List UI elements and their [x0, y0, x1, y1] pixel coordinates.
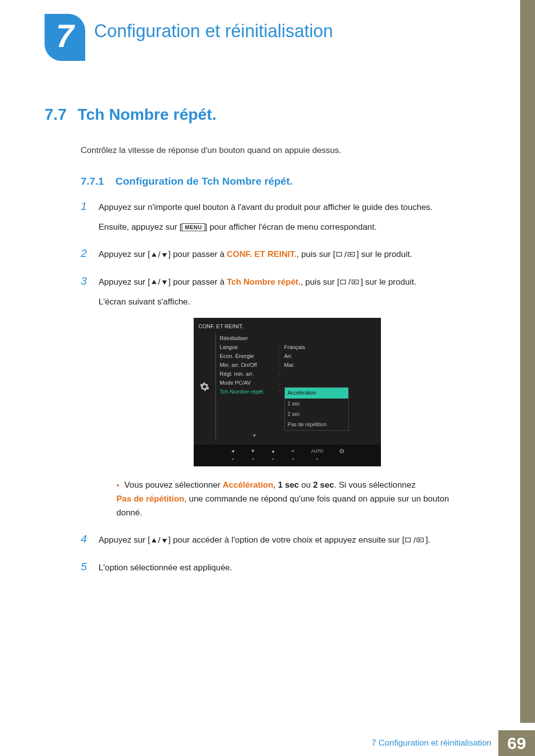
select-enter-icon: /: [404, 534, 426, 548]
osd-bottom-bar: ◄▾ ▼▾ ▲▾ ↵▾ AUTO▾ ⏻: [194, 445, 381, 466]
osd-label: Langue: [220, 343, 279, 352]
menu-target: CONF. ET REINIT.: [227, 250, 297, 259]
page-footer: 7 Configuration et réinitialisation 69: [372, 730, 535, 756]
svg-rect-2: [336, 252, 341, 256]
step-1-line-2: Ensuite, appuyez sur [MENU] pour affiche…: [99, 220, 432, 234]
svg-marker-4: [152, 280, 157, 284]
osd-row: Langue:Français: [220, 343, 381, 352]
step-list: 1 Appuyez sur n'importe quel bouton à l'…: [81, 200, 476, 581]
subsection-number: 7.7.1: [81, 175, 104, 187]
osd-value: Mar.: [284, 360, 295, 369]
chapter-title: Configuration et réinitialisation: [94, 21, 333, 42]
osd-label: Min. arr. On/Off: [220, 360, 279, 369]
svg-marker-5: [162, 281, 167, 285]
osd-label: Régl. min. arr.: [220, 369, 279, 378]
option-2sec: 2 sec: [313, 480, 334, 490]
text-fragment: ].: [426, 535, 430, 545]
osd-label: Econ. Énergie: [220, 352, 279, 360]
osd-label: Mode PC/AV: [220, 378, 279, 387]
step-number: 2: [81, 247, 90, 260]
select-enter-icon: /: [339, 275, 361, 289]
svg-marker-9: [162, 539, 167, 543]
step-text: Appuyez sur [/] pour passer à Tch Nombre…: [99, 275, 476, 526]
step-1: 1 Appuyez sur n'importe quel bouton à l'…: [81, 200, 476, 240]
osd-options-popup: Accélération 1 sec 2 sec Pas de répétiti…: [284, 387, 349, 430]
step-3-after: L'écran suivant s'affiche.: [99, 295, 476, 309]
step-4: 4 Appuyez sur [/] pour accéder à l'optio…: [81, 533, 476, 554]
text-fragment: ,: [273, 480, 278, 490]
svg-rect-6: [341, 280, 346, 284]
chapter-number-badge: 7: [45, 14, 85, 61]
chevron-down-icon: ▼: [250, 432, 260, 440]
footer-text: 7 Configuration et réinitialisation: [372, 730, 498, 756]
step-text: L'option sélectionnée est appliquée.: [99, 561, 232, 581]
up-down-icon: /: [150, 534, 168, 548]
step-5-text: L'option sélectionnée est appliquée.: [99, 561, 232, 575]
osd-icon-column: [194, 334, 215, 440]
step-3: 3 Appuyez sur [/] pour passer à Tch Nomb…: [81, 275, 476, 526]
gear-icon: [200, 382, 210, 392]
subsection: 7.7.1 Configuration de Tch Nombre répét.…: [81, 175, 476, 581]
option-no-repeat: Pas de répétition: [116, 494, 184, 504]
text-fragment: ] sur le produit.: [357, 250, 412, 259]
osd-title: CONF. ET REINIT.: [194, 318, 381, 334]
step-1-line-1: Appuyez sur n'importe quel bouton à l'av…: [99, 201, 432, 214]
osd-nav-icon: ▼▾: [251, 448, 255, 462]
section-heading: 7.7 Tch Nombre répét.: [45, 105, 476, 124]
osd-nav-icon: ▲▾: [271, 448, 275, 462]
step-number: 5: [81, 560, 90, 573]
text-fragment: ] pour afficher l'écran de menu correspo…: [205, 222, 377, 232]
text-fragment: ] pour passer à: [168, 277, 227, 287]
osd-option: 2 sec: [285, 409, 348, 419]
option-1sec: 1 sec: [278, 480, 299, 490]
osd-row: Régl. min. arr.:: [220, 369, 381, 378]
select-enter-icon: /: [335, 248, 357, 262]
text-fragment: Vous pouvez sélectionner: [124, 480, 222, 490]
text-fragment: ] pour passer à: [168, 250, 227, 259]
menu-button-icon: MENU: [182, 223, 205, 231]
page-number: 69: [498, 730, 535, 756]
option-acceleration: Accélération: [223, 480, 273, 490]
osd-nav-icon: ◄▾: [230, 448, 235, 462]
osd-row: Réinitialiser: [220, 334, 381, 343]
osd-row: Min. arr. On/Off:Mar.: [220, 360, 381, 369]
text-fragment: ou: [299, 480, 313, 490]
text-fragment: Appuyez sur [: [99, 535, 150, 545]
osd-option-selected: Accélération: [285, 388, 348, 398]
section-intro: Contrôlez la vitesse de réponse d'un bou…: [81, 146, 476, 155]
text-fragment: . Si vous sélectionnez: [334, 480, 415, 490]
text-fragment: Appuyez sur [: [99, 277, 150, 287]
osd-label-active: Tch Nombre répét.: [220, 387, 279, 396]
text-fragment: Appuyez sur [: [99, 250, 150, 259]
step-2: 2 Appuyez sur [/] pour passer à CONF. ET…: [81, 247, 476, 268]
step-5: 5 L'option sélectionnée est appliquée.: [81, 560, 476, 581]
osd-option: Pas de répétition: [285, 419, 348, 430]
text-fragment: Ensuite, appuyez sur [: [99, 222, 182, 232]
text-fragment: , puis sur [: [297, 250, 335, 259]
section-body: 7.7 Tch Nombre répét. Contrôlez la vites…: [0, 61, 535, 581]
osd-value: Français: [284, 343, 305, 352]
svg-marker-1: [162, 253, 167, 257]
step-text: Appuyez sur n'importe quel bouton à l'av…: [99, 201, 432, 240]
osd-list: Réinitialiser Langue:Français Econ. Éner…: [215, 334, 381, 440]
text-fragment: ] sur le produit.: [361, 277, 416, 287]
up-down-icon: /: [150, 275, 168, 289]
step-text: Appuyez sur [/] pour passer à CONF. ET R…: [99, 248, 412, 268]
osd-nav-power-icon: ⏻: [339, 448, 344, 462]
svg-marker-8: [152, 538, 157, 542]
text-fragment: ] pour accéder à l'option de votre choix…: [168, 535, 405, 545]
step-number: 1: [81, 200, 90, 213]
step-number: 3: [81, 275, 90, 288]
osd-nav-icon: ↵▾: [291, 448, 295, 462]
osd-label: Réinitialiser: [220, 334, 279, 343]
osd-row: Econ. Énergie:Arr.: [220, 352, 381, 360]
chapter-header: 7 Configuration et réinitialisation: [0, 0, 535, 61]
step-text: Appuyez sur [/] pour accéder à l'option …: [99, 533, 430, 554]
subsection-title: Configuration de Tch Nombre répét.: [115, 175, 293, 187]
side-accent-bar: [520, 0, 535, 723]
section-number: 7.7: [45, 105, 66, 124]
osd-screenshot: CONF. ET REINIT. Réinitialiser Langue:Fr…: [194, 318, 381, 466]
osd-nav-auto: AUTO▾: [311, 448, 323, 462]
osd-option: 1 sec: [285, 399, 348, 409]
section-title: Tch Nombre répét.: [77, 105, 216, 124]
